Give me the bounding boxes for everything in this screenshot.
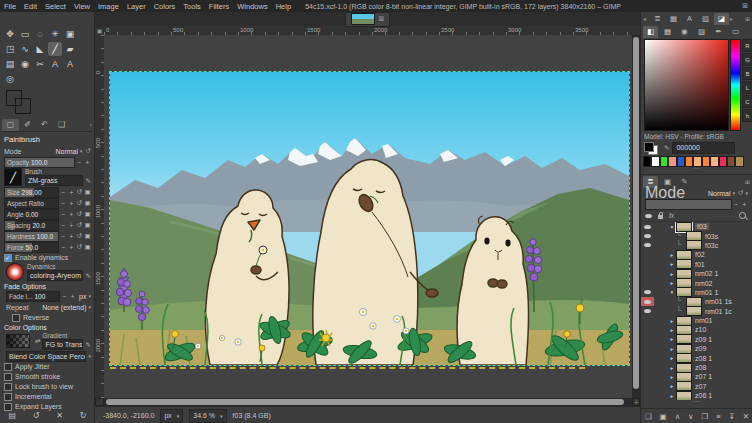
bookmark-icon[interactable]: ▣ bbox=[84, 199, 91, 207]
scrollbar-thumb[interactable] bbox=[106, 399, 624, 405]
layer-row[interactable]: z08 bbox=[641, 363, 752, 372]
quick-mask-toggle[interactable] bbox=[95, 398, 104, 406]
layer-visibility-toggle[interactable] bbox=[641, 382, 654, 391]
enable-dynamics-row[interactable]: Enable dynamics bbox=[4, 253, 91, 262]
layer-visibility-toggle[interactable] bbox=[641, 232, 654, 241]
layer-row[interactable]: nm02 1 bbox=[641, 269, 752, 278]
decrement-button[interactable]: − bbox=[60, 211, 67, 218]
layer-name[interactable]: nm01 1s bbox=[705, 298, 732, 305]
reset-icon[interactable]: ↺ bbox=[76, 232, 83, 240]
expander-icon[interactable] bbox=[668, 271, 676, 277]
expander-icon[interactable] bbox=[668, 318, 676, 324]
layer-visibility-toggle[interactable] bbox=[641, 279, 654, 288]
expander-icon[interactable] bbox=[668, 346, 676, 352]
anchor-layer-button[interactable]: ↧ bbox=[728, 412, 734, 421]
palette-swatch[interactable] bbox=[668, 156, 676, 167]
palette-swatch[interactable] bbox=[719, 156, 727, 167]
canvas-viewport[interactable] bbox=[104, 35, 632, 398]
dynamics-thumbnail[interactable] bbox=[6, 263, 24, 281]
expander-icon[interactable] bbox=[668, 252, 676, 258]
layer-row[interactable]: z07 1 bbox=[641, 372, 752, 381]
palettes-tab[interactable]: ▭ bbox=[728, 26, 743, 38]
fonts-tab[interactable]: A bbox=[682, 13, 697, 25]
menu-item[interactable]: Help bbox=[272, 2, 295, 11]
tool-presets-tab[interactable]: ≣ bbox=[650, 13, 665, 25]
reset-icon[interactable]: ↺ bbox=[76, 243, 83, 251]
lower-layer-button[interactable]: ∨ bbox=[688, 412, 694, 421]
bookmark-icon[interactable]: ▣ bbox=[84, 221, 91, 229]
menu-item[interactable]: Filters bbox=[205, 2, 233, 11]
layer-visibility-toggle[interactable] bbox=[641, 325, 654, 334]
scroll-left-icon[interactable]: ◂ bbox=[643, 15, 649, 22]
palette-swatch[interactable] bbox=[643, 156, 651, 167]
menu-item[interactable]: Layer bbox=[123, 2, 150, 11]
option-slider[interactable]: Angle 0.00 bbox=[4, 209, 59, 220]
undo-history-tab[interactable]: ↶ bbox=[36, 119, 53, 131]
zoom-dropdown[interactable]: 34.6 %▾ bbox=[189, 409, 226, 423]
palette-swatch[interactable] bbox=[710, 156, 718, 167]
vertical-scrollbar[interactable] bbox=[632, 35, 640, 398]
layer-row[interactable]: nm01 1s bbox=[641, 297, 752, 306]
decrement-button[interactable]: − bbox=[76, 159, 83, 166]
decrement-button[interactable]: − bbox=[60, 244, 67, 251]
expander-icon[interactable] bbox=[668, 355, 676, 361]
raise-layer-button[interactable]: ∧ bbox=[675, 412, 681, 421]
eraser-tool[interactable]: ▰ bbox=[63, 42, 77, 56]
scrollbar-thumb[interactable] bbox=[633, 37, 639, 389]
layer-name[interactable]: nm02 bbox=[695, 280, 713, 287]
rectangle-select-tool[interactable]: ▭ bbox=[18, 27, 32, 41]
increment-button[interactable]: + bbox=[68, 211, 75, 218]
menu-item[interactable]: Windows bbox=[233, 2, 271, 11]
bookmark-icon[interactable]: ▣ bbox=[84, 188, 91, 196]
layer-name[interactable]: f03s bbox=[705, 233, 718, 240]
brushes-tab[interactable]: ▦ bbox=[666, 13, 681, 25]
layer-thumbnail[interactable] bbox=[676, 391, 692, 400]
layer-visibility-toggle[interactable] bbox=[641, 241, 654, 250]
hue-strip[interactable] bbox=[730, 39, 741, 131]
channel-button[interactable]: C bbox=[742, 95, 752, 108]
clone-tool[interactable]: ▤ bbox=[3, 57, 17, 71]
transform-tool[interactable]: ◳ bbox=[3, 42, 17, 56]
effects-icon[interactable]: fx bbox=[669, 212, 674, 219]
layer-opacity-slider[interactable]: Opacity 100.0 bbox=[645, 199, 732, 210]
dynamics-picker[interactable]: Dynamics coloring-Aryeom ✎ bbox=[6, 263, 91, 281]
palette-swatch[interactable] bbox=[651, 156, 659, 167]
free-select-tool[interactable]: ◌ bbox=[33, 27, 47, 41]
bucket-fill-tool[interactable]: ◣ bbox=[33, 42, 47, 56]
duplicate-layer-button[interactable]: ❐ bbox=[701, 412, 708, 421]
layer-row[interactable]: nm01 1c bbox=[641, 307, 752, 316]
decrement-button[interactable]: − bbox=[61, 293, 68, 300]
expander-icon[interactable] bbox=[668, 393, 676, 399]
image-tab[interactable]: ⊠ bbox=[345, 12, 391, 27]
layer-name[interactable]: f01 bbox=[695, 261, 705, 268]
fuzzy-select-tool[interactable]: ✳ bbox=[48, 27, 62, 41]
tool-options-tab[interactable]: ▢ bbox=[2, 119, 19, 131]
save-tool-preset-button[interactable]: ▤ bbox=[8, 411, 16, 420]
restore-tool-preset-button[interactable]: ↺ bbox=[33, 411, 40, 420]
menu-item[interactable]: Edit bbox=[20, 2, 41, 11]
blend-space-dropdown[interactable]: Blend Color Space Perce... bbox=[6, 351, 86, 362]
zoom-tool[interactable]: ◎ bbox=[3, 72, 17, 86]
delete-tool-preset-button[interactable]: ✕ bbox=[56, 411, 63, 420]
checkbox-icon[interactable] bbox=[4, 383, 12, 391]
reset-icon[interactable]: ↺ bbox=[76, 199, 83, 207]
decrement-button[interactable]: − bbox=[60, 233, 67, 240]
increment-button[interactable]: + bbox=[69, 293, 76, 300]
layer-row[interactable]: z08 1 bbox=[641, 353, 752, 362]
increment-button[interactable]: + bbox=[741, 201, 748, 208]
toggle-row[interactable]: Expand Layers bbox=[4, 402, 91, 411]
mypaint-brushes-tab[interactable]: ✒ bbox=[711, 26, 726, 38]
merge-layer-button[interactable]: ≡ bbox=[716, 412, 720, 421]
layer-row[interactable]: f03s bbox=[641, 231, 752, 240]
layer-visibility-toggle[interactable] bbox=[641, 335, 654, 344]
palette-swatch[interactable] bbox=[735, 156, 743, 167]
unit-dropdown[interactable]: px▾ bbox=[160, 409, 183, 423]
layer-visibility-toggle[interactable] bbox=[641, 316, 654, 325]
edit-gradient-icon[interactable]: ✎ bbox=[86, 341, 91, 349]
layer-row[interactable]: f02 bbox=[641, 250, 752, 259]
layer-name[interactable]: nm01 bbox=[695, 317, 713, 324]
brush-name[interactable]: ZM-grass bbox=[25, 175, 83, 186]
layer-visibility-toggle[interactable] bbox=[641, 363, 654, 372]
increment-button[interactable]: + bbox=[68, 244, 75, 251]
layer-visibility-toggle[interactable] bbox=[641, 391, 654, 400]
